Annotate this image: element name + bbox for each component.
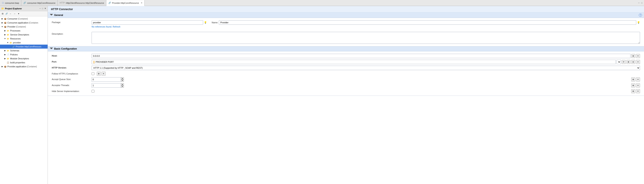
- tree-toggle-schemas[interactable]: ▶: [4, 49, 6, 52]
- tree-icon-provider: 📦: [4, 25, 7, 28]
- section-basic-config-header[interactable]: Basic Configuration: [48, 46, 644, 52]
- acceptor-threads-up-btn[interactable]: ▲: [121, 83, 124, 86]
- explorer-close-btn[interactable]: ✕: [44, 7, 46, 10]
- back-btn[interactable]: ←: [9, 12, 12, 16]
- tree-badge-provider-app: [Container]: [27, 66, 37, 68]
- hide-server-value: ⊞ ✕: [92, 89, 640, 93]
- tree-toggle-service-desc[interactable]: ▶: [4, 33, 6, 36]
- tree-item-provider-folder[interactable]: ▼ 📁 provider: [0, 40, 48, 44]
- port-copy-btn[interactable]: ⊞: [626, 60, 630, 64]
- acceptor-threads-browse-btn[interactable]: ⊞: [631, 84, 635, 88]
- dropdown-btn[interactable]: ▾: [17, 12, 20, 16]
- tree-toggle-provider[interactable]: ▼: [1, 25, 4, 28]
- tab-close-provider-httpconn[interactable]: ✕: [141, 2, 142, 4]
- acceptor-threads-down-btn[interactable]: ▼: [121, 86, 124, 88]
- tree-item-schemas[interactable]: ▶ 📁 Schemas: [0, 48, 48, 52]
- tree-toggle-policies[interactable]: ▶: [4, 53, 6, 56]
- hide-server-checkbox[interactable]: [92, 90, 94, 92]
- tab-consumer-httpconn[interactable]: 🔗 consumer.httpConnResource: [21, 0, 58, 6]
- http-version-select[interactable]: HTTP 1.1 (Supported by HTTP , SOAP and R…: [92, 66, 640, 70]
- tree-toggle-module-desc[interactable]: ▶: [4, 57, 6, 60]
- explorer-minimize-btn[interactable]: ─: [39, 7, 41, 10]
- port-browse-btn[interactable]: ⊟: [631, 60, 635, 64]
- tree-icon-processes: 📁: [6, 29, 10, 32]
- tree-toggle-consumer[interactable]: ▶: [1, 17, 4, 20]
- explorer-maximize-btn[interactable]: □: [42, 7, 44, 10]
- hide-server-browse-btn[interactable]: ⊞: [631, 89, 635, 93]
- app-container: ⬡ consumer.bwp 🔗 consumer.httpConnResour…: [0, 0, 644, 184]
- tree-label-build-props: build.properties: [10, 61, 25, 64]
- host-label: Host:: [52, 54, 92, 57]
- host-input[interactable]: [92, 54, 630, 58]
- accept-queue-input[interactable]: [92, 77, 121, 82]
- tree-label-service-desc: Service Descriptors: [10, 34, 29, 36]
- acceptor-threads-input[interactable]: [92, 83, 121, 88]
- section-general-body: Package: 💡 Name: 💡 No refe: [48, 18, 644, 46]
- tree-toggle-consumer-app[interactable]: ▶: [1, 21, 4, 24]
- tree-toggle-resources[interactable]: ▼: [4, 37, 6, 40]
- follow-http1-clear-btn[interactable]: ✕: [102, 72, 106, 76]
- hide-server-label: Hide Server Implementation:: [52, 89, 92, 92]
- tree-item-policies[interactable]: ▶ 📄 Policies: [0, 52, 48, 56]
- accept-queue-up-btn[interactable]: ▲: [121, 77, 124, 80]
- form-row-description: Description:: [48, 31, 644, 44]
- tab-httpclient[interactable]: HTTP HttpClientResource.httpClientResour…: [58, 0, 106, 6]
- description-textarea[interactable]: [92, 32, 640, 44]
- tree-item-consumer[interactable]: ▶ 📦 Consumer [Container]: [0, 17, 48, 21]
- tree-label-policies: Policies: [10, 53, 18, 56]
- tree-item-provider-app[interactable]: ▶ 📦 Provider.application [Container]: [0, 64, 48, 68]
- tab-icon-consumer-bwp: ⬡: [2, 2, 4, 4]
- description-label: Description:: [52, 32, 92, 35]
- tree-label-consumer-app: Consumer.application: [7, 22, 28, 24]
- tree-label-provider-app: Provider.application: [7, 65, 26, 68]
- hide-server-clear-btn[interactable]: ✕: [636, 89, 640, 93]
- accept-queue-browse-btn[interactable]: ⊞: [631, 78, 635, 82]
- name-input[interactable]: [219, 20, 636, 25]
- follow-http1-browse-btn[interactable]: ⊞: [97, 72, 101, 76]
- link-editor-btn[interactable]: 🔗: [5, 12, 8, 16]
- follow-http1-checkbox[interactable]: [92, 72, 94, 75]
- accept-queue-spinner: ▲ ▼: [92, 77, 124, 82]
- tab-consumer-bwp[interactable]: ⬡ consumer.bwp: [0, 0, 21, 6]
- tree-item-consumer-app[interactable]: ▶ 📦 Consumer.application [Container.: [0, 21, 48, 25]
- project-explorer-icon: 📁: [1, 7, 4, 10]
- editor-maximize-btn[interactable]: □: [641, 2, 643, 4]
- no-refs-link[interactable]: No references found. Refresh: [92, 26, 120, 28]
- tree-icon-consumer: 📦: [4, 17, 7, 20]
- package-input[interactable]: [92, 20, 203, 25]
- tab-icon-consumer-httpconn: 🔗: [23, 2, 26, 4]
- http-version-value: HTTP 1.1 (Supported by HTTP , SOAP and R…: [92, 66, 640, 70]
- accept-queue-clear-btn[interactable]: ✕: [636, 78, 640, 82]
- port-var-icon: {}: [93, 60, 95, 63]
- collapse-all-btn[interactable]: ⊟: [1, 12, 4, 16]
- general-help-icon[interactable]: ?: [639, 14, 642, 17]
- tree-icon-build-props: 📋: [6, 61, 10, 64]
- host-browse-btn[interactable]: ⊞: [631, 54, 635, 58]
- section-general-header[interactable]: General ?: [48, 12, 644, 18]
- tree-toggle-processes[interactable]: ▶: [4, 29, 6, 32]
- tree-item-provider-httpconn-file[interactable]: 🔗 Provider.httpConnResourc: [0, 44, 48, 48]
- tree-item-build-props[interactable]: 📋 build.properties: [0, 60, 48, 64]
- accept-queue-down-btn[interactable]: ▼: [121, 80, 124, 82]
- explorer-header-right: ─ □ ✕: [39, 7, 46, 10]
- port-type-select[interactable]: ▾: [616, 60, 621, 64]
- form-row-host: Host: ⊞ ✕: [48, 53, 644, 59]
- main-editor: HTTP Connector General ? Package:: [48, 6, 644, 184]
- tree-item-resources[interactable]: ▼ 📁 Resources: [0, 37, 48, 40]
- tab-provider-httpconn[interactable]: 🔗 Provider.httpConnResource ✕: [106, 0, 144, 6]
- forward-btn[interactable]: →: [13, 12, 16, 16]
- tree-item-service-desc[interactable]: ▶ 📁 Service Descriptors: [0, 33, 48, 37]
- host-clear-btn[interactable]: ✕: [636, 54, 640, 58]
- tree-item-module-desc[interactable]: ▶ 📁 Module Descriptors: [0, 56, 48, 60]
- acceptor-threads-clear-btn[interactable]: ✕: [636, 84, 640, 88]
- tree-toggle-provider-folder[interactable]: ▼: [6, 41, 9, 44]
- port-clear-btn[interactable]: ✕: [636, 60, 640, 64]
- editor-minimize-btn[interactable]: ─: [638, 2, 640, 4]
- tree-item-provider[interactable]: ▼ 📦 Provider [Container]: [0, 25, 48, 29]
- tab-label-provider-httpconn: Provider.httpConnResource: [112, 2, 139, 4]
- tree-toggle-provider-app[interactable]: ▶: [1, 65, 4, 68]
- port-refresh-btn[interactable]: ⟳: [622, 60, 626, 64]
- tree-item-processes[interactable]: ▶ 📁 Processes: [0, 29, 48, 33]
- explorer-header-left: 📁 Project Explorer: [1, 7, 22, 10]
- no-refs-value: No references found. Refresh: [92, 26, 640, 28]
